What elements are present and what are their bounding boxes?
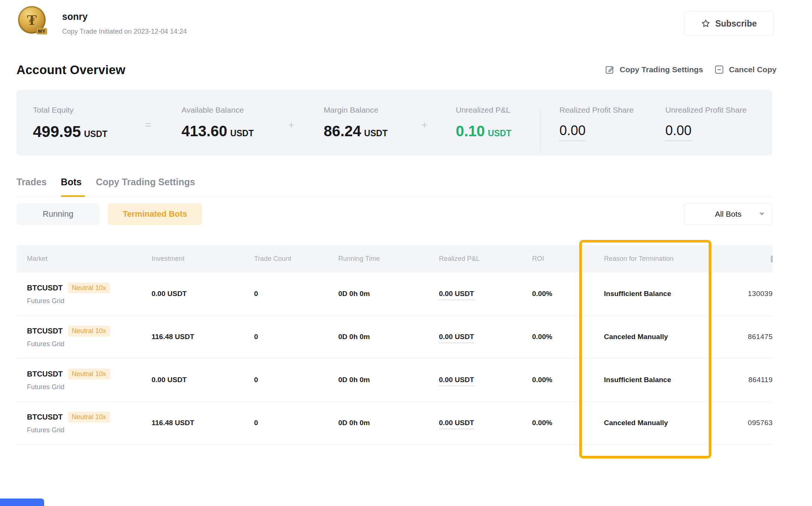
- stat-value: 86.24USDT: [324, 123, 388, 140]
- tab-copy-trading-settings[interactable]: Copy Trading Settings: [96, 177, 195, 197]
- roi-cell: 0.00%: [532, 419, 604, 427]
- stat-value-green: 0.10USDT: [456, 123, 511, 140]
- equals-operator: =: [145, 119, 151, 131]
- plus-operator: +: [421, 119, 427, 131]
- trade-count-cell: 0: [254, 376, 338, 384]
- table-row[interactable]: BTCUSDT Neutral 10x Futures Grid 116.48 …: [16, 402, 773, 445]
- copy-trade-initiated-text: Copy Trade Initiated on 2023-12-04 14:24: [62, 28, 187, 36]
- header-running-time: Running Time: [338, 255, 439, 263]
- reason-cell: Insufficient Balance: [604, 290, 711, 298]
- header-trade-count: Trade Count: [254, 255, 338, 263]
- bot-id-cell: 130039: [711, 290, 773, 298]
- stat-label: Available Balance: [181, 106, 244, 115]
- bot-id-cell: 095763: [711, 419, 773, 427]
- trade-count-cell: 0: [254, 419, 338, 427]
- stat-label: Unrealized P&L: [456, 106, 510, 115]
- bot-id-cell: 861475: [711, 333, 773, 341]
- trade-count-cell: 0: [254, 333, 338, 341]
- investment-cell: 116.48 USDT: [152, 333, 254, 341]
- tabs-divider: [16, 197, 773, 197]
- leverage-badge: Neutral 10x: [68, 326, 110, 336]
- table-row[interactable]: BTCUSDT Neutral 10x Futures Grid 0.00 US…: [16, 272, 773, 316]
- subscribe-button[interactable]: Subscribe: [684, 11, 774, 36]
- all-bots-dropdown[interactable]: All Bots: [684, 203, 772, 225]
- stat-label: Unrealized Profit Share: [665, 106, 747, 115]
- roi-cell: 0.00%: [532, 290, 604, 298]
- account-overview-panel: Total Equity 499.95USDT = Available Bala…: [16, 90, 772, 156]
- reason-cell: Insufficient Balance: [604, 376, 711, 384]
- star-icon: [701, 19, 711, 28]
- market-cell: BTCUSDT Neutral 10x Futures Grid: [27, 326, 152, 348]
- table-row[interactable]: BTCUSDT Neutral 10x Futures Grid 116.48 …: [16, 316, 773, 359]
- edit-icon: [605, 64, 615, 75]
- page-title: Account Overview: [16, 63, 125, 77]
- running-time-cell: 0D 0h 0m: [338, 290, 439, 298]
- terminated-bots-filter-button[interactable]: Terminated Bots: [108, 203, 202, 225]
- chat-widget-fragment[interactable]: [0, 499, 44, 506]
- roi-cell: 0.00%: [532, 333, 604, 341]
- header-reason: Reason for Termination: [604, 255, 711, 263]
- realized-pnl-cell[interactable]: 0.00 USDT: [439, 333, 532, 341]
- tether-coin-icon: ₮: [27, 11, 37, 29]
- stat-label: Realized Profit Share: [559, 106, 634, 115]
- header-realized-pnl: Realized P&L: [439, 255, 532, 263]
- avatar-badge: MY: [37, 28, 48, 34]
- all-bots-dropdown-value: All Bots: [715, 210, 741, 219]
- table-row[interactable]: BTCUSDT Neutral 10x Futures Grid 0.00 US…: [16, 359, 773, 402]
- stat-value: 499.95USDT: [33, 123, 107, 141]
- realized-pnl-cell[interactable]: 0.00 USDT: [439, 290, 532, 298]
- trader-name: sonry: [62, 11, 88, 22]
- investment-cell: 0.00 USDT: [152, 290, 254, 298]
- copy-trading-settings-button[interactable]: Copy Trading Settings: [605, 64, 703, 75]
- tab-bots[interactable]: Bots: [61, 177, 82, 197]
- realized-pnl-cell[interactable]: 0.00 USDT: [439, 376, 532, 384]
- plus-operator: +: [288, 119, 294, 131]
- chevron-down-icon: [759, 213, 764, 216]
- stat-value: 413.60USDT: [181, 123, 254, 140]
- trade-count-cell: 0: [254, 290, 338, 298]
- stats-divider: [540, 109, 540, 151]
- investment-cell: 0.00 USDT: [152, 376, 254, 384]
- cancel-copy-button[interactable]: Cancel Copy: [714, 64, 776, 75]
- reason-cell: Canceled Manually: [604, 333, 711, 341]
- bot-type: Futures Grid: [27, 340, 152, 348]
- leverage-badge: Neutral 10x: [68, 412, 110, 423]
- header-investment: Investment: [152, 255, 254, 263]
- cancel-copy-label: Cancel Copy: [729, 65, 776, 74]
- market-cell: BTCUSDT Neutral 10x Futures Grid: [27, 369, 152, 391]
- stat-value[interactable]: 0.00: [559, 123, 586, 138]
- subscribe-label: Subscribe: [715, 19, 757, 29]
- clipped-column-header: [771, 256, 773, 262]
- realized-pnl-cell[interactable]: 0.00 USDT: [439, 419, 532, 427]
- running-filter-button[interactable]: Running: [16, 203, 100, 225]
- market-cell: BTCUSDT Neutral 10x Futures Grid: [27, 283, 152, 305]
- leverage-badge: Neutral 10x: [68, 283, 110, 293]
- bot-type: Futures Grid: [27, 426, 152, 434]
- running-time-cell: 0D 0h 0m: [338, 419, 439, 427]
- header-roi: ROI: [532, 255, 604, 263]
- terminated-bots-table: Market Investment Trade Count Running Ti…: [16, 245, 773, 445]
- bot-id-cell: 864119: [711, 376, 773, 384]
- table-header-row: Market Investment Trade Count Running Ti…: [16, 245, 773, 272]
- tab-trades[interactable]: Trades: [16, 177, 47, 197]
- roi-cell: 0.00%: [532, 376, 604, 384]
- avatar: ₮ MY: [18, 6, 46, 34]
- minus-square-icon: [714, 64, 724, 75]
- running-time-cell: 0D 0h 0m: [338, 333, 439, 341]
- header-market: Market: [27, 255, 152, 263]
- stat-value[interactable]: 0.00: [665, 123, 692, 138]
- stat-label: Margin Balance: [324, 106, 378, 115]
- running-time-cell: 0D 0h 0m: [338, 376, 439, 384]
- copy-trading-settings-label: Copy Trading Settings: [620, 65, 703, 74]
- tab-bar: Trades Bots Copy Trading Settings: [16, 177, 195, 197]
- copy-trading-page: ₮ MY sonry Copy Trade Initiated on 2023-…: [0, 0, 812, 506]
- market-cell: BTCUSDT Neutral 10x Futures Grid: [27, 412, 152, 434]
- leverage-badge: Neutral 10x: [68, 369, 110, 380]
- reason-cell: Canceled Manually: [604, 419, 711, 427]
- stat-label: Total Equity: [33, 106, 74, 115]
- investment-cell: 116.48 USDT: [152, 419, 254, 427]
- bot-type: Futures Grid: [27, 383, 152, 391]
- bot-type: Futures Grid: [27, 297, 152, 305]
